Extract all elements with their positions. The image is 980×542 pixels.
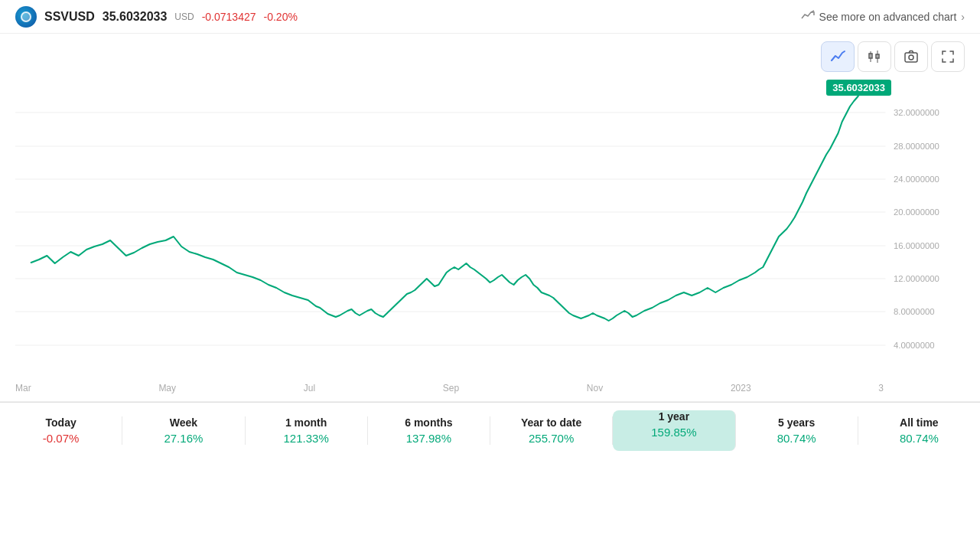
stats-row: Today -0.07% Week 27.16% 1 month 121.33%… (0, 402, 980, 459)
ticker-price: 35.6032033 (103, 10, 168, 24)
stat-ytd-value: 255.70% (498, 432, 604, 445)
x-label-2023: 2023 (731, 383, 751, 393)
svg-rect-6 (15, 80, 886, 378)
stat-1year[interactable]: 1 year 159.85% (613, 410, 735, 451)
svg-text:8.0000000: 8.0000000 (894, 307, 935, 316)
ticker-symbol: SSVUSD (44, 10, 95, 24)
chart-icon (801, 9, 815, 24)
stat-1month-value: 121.33% (253, 432, 360, 445)
x-label-may: May (158, 383, 176, 393)
svg-text:24.0000000: 24.0000000 (894, 175, 939, 184)
x-label-jul: Jul (304, 383, 315, 393)
header-right: See more on advanced chart › (801, 9, 965, 24)
stat-week-value: 27.16% (130, 432, 236, 445)
stat-6months[interactable]: 6 months 137.98% (368, 416, 490, 445)
svg-point-5 (909, 55, 913, 60)
advanced-chart-link[interactable]: See more on advanced chart › (801, 9, 965, 24)
header: SSVUSD 35.6032033 USD -0.0713427 -0.20% … (0, 0, 980, 34)
svg-text:20.0000000: 20.0000000 (894, 207, 939, 217)
logo-inner (21, 11, 31, 22)
x-label-sep: Sep (443, 383, 459, 393)
ticker-change: -0.0713427 (202, 11, 256, 23)
ticker-logo (15, 6, 37, 28)
x-label-mar: Mar (15, 383, 31, 393)
stat-alltime[interactable]: All time 80.74% (858, 416, 980, 445)
stat-week-label: Week (130, 416, 236, 429)
price-chart: 4.0000000 8.0000000 12.0000000 16.000000… (15, 80, 965, 378)
stat-1month-label: 1 month (253, 416, 360, 429)
advanced-chart-label: See more on advanced chart (819, 11, 957, 23)
stat-1year-label: 1 year (620, 410, 727, 423)
stat-today-label: Today (8, 416, 114, 429)
fullscreen-button[interactable] (931, 41, 965, 72)
stat-alltime-label: All time (866, 416, 972, 429)
svg-text:12.0000000: 12.0000000 (894, 274, 939, 283)
stat-5years-value: 80.74% (744, 432, 850, 445)
stat-5years-label: 5 years (744, 416, 850, 429)
stat-ytd-label: Year to date (498, 416, 604, 429)
stat-5years[interactable]: 5 years 80.74% (736, 416, 858, 445)
chevron-right-icon: › (961, 11, 965, 23)
camera-button[interactable] (894, 41, 928, 72)
line-chart-button[interactable] (821, 41, 855, 72)
chart-area: 4.0000000 8.0000000 12.0000000 16.000000… (15, 80, 965, 378)
x-label-3: 3 (878, 383, 884, 393)
stat-alltime-value: 80.74% (866, 432, 972, 445)
candlestick-button[interactable] (858, 41, 891, 72)
svg-text:4.0000000: 4.0000000 (894, 341, 935, 350)
stat-today[interactable]: Today -0.07% (0, 416, 122, 445)
svg-text:28.0000000: 28.0000000 (894, 142, 939, 151)
stat-1year-value: 159.85% (620, 426, 727, 439)
current-price-label: 35.6032033 (826, 80, 891, 96)
x-axis: Mar May Jul Sep Nov 2023 3 (0, 378, 980, 402)
ticker-currency: USD (174, 11, 194, 22)
stat-week[interactable]: Week 27.16% (122, 416, 245, 445)
svg-text:16.0000000: 16.0000000 (894, 241, 939, 250)
svg-rect-4 (905, 53, 917, 62)
ticker-info: SSVUSD 35.6032033 USD -0.0713427 -0.20% (15, 6, 298, 28)
svg-text:32.0000000: 32.0000000 (894, 108, 939, 117)
stat-6months-value: 137.98% (376, 432, 482, 445)
x-label-nov: Nov (587, 383, 603, 393)
stat-today-value: -0.07% (8, 432, 114, 445)
chart-toolbar (0, 34, 980, 80)
stat-ytd[interactable]: Year to date 255.70% (490, 416, 613, 445)
ticker-pct: -0.20% (264, 11, 298, 23)
stat-6months-label: 6 months (376, 416, 482, 429)
stat-1month[interactable]: 1 month 121.33% (246, 416, 368, 445)
